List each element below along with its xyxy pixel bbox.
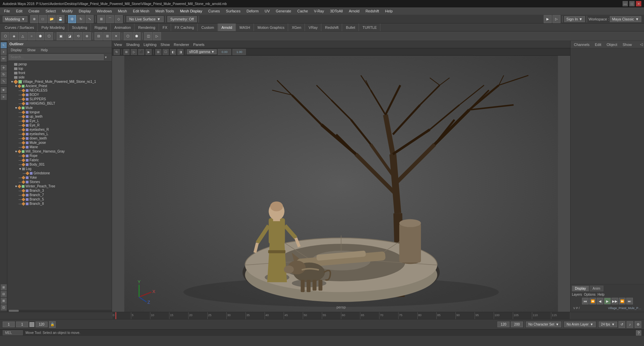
outliner-search-dropdown[interactable]: ▼ (104, 56, 107, 59)
tool-snap-grid[interactable]: ⊞ (97, 15, 105, 23)
vp-menu-view[interactable]: View (114, 43, 122, 47)
tree-branch3[interactable]: — Branch_3 (7, 188, 112, 193)
tool-ipr[interactable]: ▷ (552, 15, 560, 23)
tree-mule-pose[interactable]: — Mule_pose (7, 140, 112, 145)
tool-move[interactable]: ✛ (68, 15, 76, 23)
stool-16[interactable]: ◫ (144, 32, 152, 40)
tree-rope[interactable]: — Rope (7, 154, 112, 158)
stool-1[interactable]: ⬡ (1, 32, 9, 40)
tree-grindstone[interactable]: — Grindstone (7, 171, 112, 175)
tool-rotate[interactable]: ↻ (77, 15, 85, 23)
no-live-surface[interactable]: No Live Surface ▼ (126, 16, 164, 22)
ltool-move[interactable]: ✛ (1, 65, 7, 71)
play-next[interactable]: ▶▶ (611, 298, 618, 304)
no-character-set[interactable]: No Character Set ▼ (526, 322, 561, 327)
tree-body[interactable]: — BODY (7, 93, 112, 97)
stool-13[interactable]: ✕ (112, 32, 120, 40)
ltool-bottom3[interactable]: ⊠ (1, 298, 7, 304)
vp-menu-shading[interactable]: Shading (126, 43, 140, 47)
tree-body001[interactable]: — Body_001 (7, 162, 112, 167)
rpb-layers[interactable]: Layers (572, 293, 582, 296)
tool-scale[interactable]: ⤡ (86, 15, 94, 23)
vp-menu-lighting[interactable]: Lighting (144, 43, 157, 47)
tree-mane[interactable]: — Mane (7, 145, 112, 149)
stool-2[interactable]: ◈ (10, 32, 18, 40)
ltool-lasso[interactable]: ⌖ (1, 49, 7, 55)
tab-sculpting[interactable]: Sculpting (69, 23, 91, 31)
ltool-attr[interactable]: ≡ (1, 94, 7, 100)
play-prev[interactable]: ◀ (597, 298, 603, 304)
tab-poly-modeling[interactable]: Poly Modeling (38, 23, 68, 31)
bc-loop[interactable]: ↺ (619, 321, 625, 328)
rph-channels[interactable]: Channels (573, 42, 591, 47)
frame-current-input[interactable] (3, 322, 15, 327)
close-btn[interactable]: ✕ (636, 1, 641, 6)
tab-bullet[interactable]: Bullet (342, 23, 359, 31)
outliner-hscroll-thumb[interactable] (9, 310, 19, 312)
window-controls[interactable]: — □ ✕ (623, 1, 641, 6)
menu-curves[interactable]: Curves (206, 8, 223, 14)
stool-8[interactable]: ◪ (65, 32, 73, 40)
menu-deform[interactable]: Deform (244, 8, 261, 14)
tool-render[interactable]: ▶ (544, 15, 552, 23)
rpb-help[interactable]: Help (597, 293, 604, 296)
stool-12[interactable]: ⊞ (103, 32, 111, 40)
tab-redshift[interactable]: Redshift (322, 23, 342, 31)
menu-windows[interactable]: Windows (94, 8, 115, 14)
vp-menu-renderer[interactable]: Renderer (174, 43, 189, 47)
stool-6[interactable]: ⬠ (45, 32, 53, 40)
bc-audio[interactable]: ♪ (627, 321, 633, 328)
ltool-show[interactable]: 👁 (1, 87, 7, 93)
tab-rigging[interactable]: Rigging (91, 23, 111, 31)
timeline-ruler[interactable] (112, 312, 570, 319)
tree-main-group[interactable]: ▼ Village_Priest_Mule_Powered_Mill_Stone… (7, 79, 112, 84)
vpt-refresh[interactable]: ↻ (114, 49, 120, 55)
play-prev-key[interactable]: ⏪ (589, 298, 596, 304)
vpt-cam2[interactable]: ▷ (131, 49, 137, 55)
vpt-cam3[interactable]: ⬛ (138, 49, 144, 55)
tree-up-teeth[interactable]: — up_teeth (7, 114, 112, 119)
rpb-options[interactable]: Options (584, 293, 595, 296)
vpt-grid[interactable]: ⊞ (155, 49, 161, 55)
menu-uv[interactable]: UV (262, 8, 272, 14)
tree-down-teeth[interactable]: — down_teeth (7, 136, 112, 140)
vpt-cam1[interactable]: ⊞ (123, 49, 129, 55)
tree-branch5[interactable]: — Branch_5 (7, 197, 112, 201)
stool-3[interactable]: △ (19, 32, 27, 40)
tree-front[interactable]: front (7, 71, 112, 75)
outliner-hscroll[interactable] (7, 309, 112, 312)
tree-yoke[interactable]: — Yoke (7, 175, 112, 180)
tree-mill-stone[interactable]: ▼ Mill_Stone_Harness_Gray (7, 149, 112, 154)
menu-mesh-display[interactable]: Mesh Display (177, 8, 205, 14)
vp-menu-show[interactable]: Show (161, 43, 170, 47)
play-begin[interactable]: ⏮ (582, 298, 589, 304)
maximize-btn[interactable]: □ (629, 1, 635, 6)
sign-in-btn[interactable]: Sign In ▼ (564, 16, 585, 22)
rpb-display[interactable]: Display (572, 286, 589, 291)
vpt-isolate[interactable]: ☐ (163, 49, 169, 55)
outliner-menu-help[interactable]: Help (39, 48, 50, 52)
ltool-bottom4[interactable]: ⊡ (1, 304, 7, 310)
ltool-bottom1[interactable]: ⊞ (1, 284, 7, 290)
ltool-scale[interactable]: ⤡ (1, 78, 7, 84)
play-end[interactable]: ⏭ (626, 298, 633, 304)
menu-edit[interactable]: Edit (13, 8, 25, 14)
outliner-menu-show[interactable]: Show (25, 48, 38, 52)
tab-fx[interactable]: FX (159, 23, 171, 31)
tool-open[interactable]: 📂 (48, 15, 56, 23)
frame-range-lock[interactable]: 🔒 (49, 321, 56, 328)
menu-display[interactable]: Display (76, 8, 94, 14)
viewport-canvas[interactable]: X Y Z persp (112, 56, 570, 312)
vpt-shading1[interactable]: ◧ (170, 49, 176, 55)
tree-hanging-belt[interactable]: — HANGING_BELT (7, 101, 112, 106)
vp-menu-panels[interactable]: Panels (193, 43, 205, 47)
vpt-val2[interactable]: 1.00 (232, 49, 246, 55)
tree-stones[interactable]: — Stones (7, 180, 112, 184)
stool-5[interactable]: ⬟ (36, 32, 44, 40)
vpt-shading2[interactable]: ◨ (177, 49, 183, 55)
outliner-menu-display[interactable]: Display (9, 48, 24, 52)
stool-9[interactable]: ⟲ (74, 32, 82, 40)
tree-fabric[interactable]: — Fabric (7, 158, 112, 162)
menu-mesh-tools[interactable]: Mesh Tools (153, 8, 176, 14)
fps-selector[interactable]: 24 fps ▼ (599, 322, 617, 327)
